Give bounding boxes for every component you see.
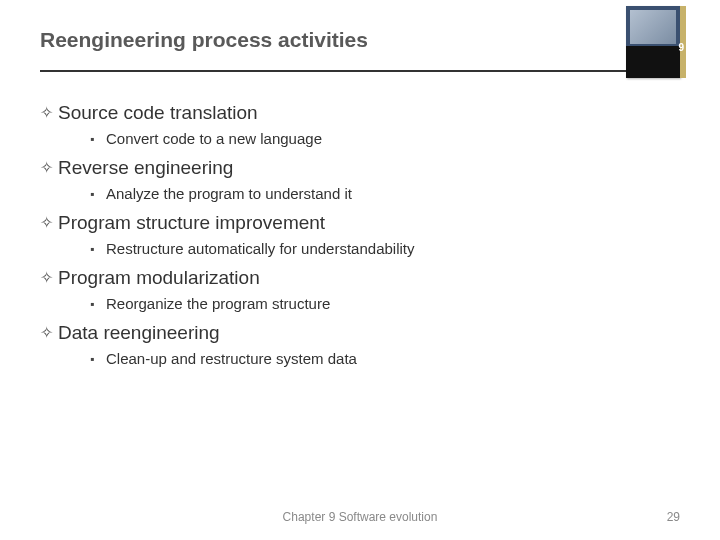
bullet-text: Program modularization bbox=[58, 267, 260, 288]
bullet-level1: ✧Program modularization bbox=[40, 267, 680, 289]
bullet-text: Reorganize the program structure bbox=[106, 295, 330, 312]
square-bullet-icon: ▪ bbox=[90, 132, 106, 146]
bullet-level2: ▪Convert code to a new language bbox=[90, 130, 680, 147]
bullet-level2: ▪Analyze the program to understand it bbox=[90, 185, 680, 202]
square-bullet-icon: ▪ bbox=[90, 352, 106, 366]
diamond-bullet-icon: ✧ bbox=[40, 158, 58, 177]
bullet-text: Source code translation bbox=[58, 102, 258, 123]
slide-header: Reengineering process activities 9 bbox=[0, 0, 720, 60]
square-bullet-icon: ▪ bbox=[90, 242, 106, 256]
bullet-level1: ✧Source code translation bbox=[40, 102, 680, 124]
square-bullet-icon: ▪ bbox=[90, 187, 106, 201]
bullet-level1: ✧Program structure improvement bbox=[40, 212, 680, 234]
book-cover-icon: 9 bbox=[626, 6, 680, 78]
bullet-text: Convert code to a new language bbox=[106, 130, 322, 147]
bullet-text: Data reengineering bbox=[58, 322, 220, 343]
bullet-level1: ✧Reverse engineering bbox=[40, 157, 680, 179]
bullet-level2: ▪Clean-up and restructure system data bbox=[90, 350, 680, 367]
bullet-text: Reverse engineering bbox=[58, 157, 233, 178]
footer-chapter: Chapter 9 Software evolution bbox=[0, 510, 720, 524]
slide-body: ✧Source code translation ▪Convert code t… bbox=[0, 72, 720, 367]
bullet-text: Program structure improvement bbox=[58, 212, 325, 233]
page-number: 29 bbox=[667, 510, 680, 524]
diamond-bullet-icon: ✧ bbox=[40, 103, 58, 122]
bullet-text: Restructure automatically for understand… bbox=[106, 240, 414, 257]
square-bullet-icon: ▪ bbox=[90, 297, 106, 311]
book-edition-number: 9 bbox=[678, 42, 684, 53]
bullet-level2: ▪Restructure automatically for understan… bbox=[90, 240, 680, 257]
bullet-level1: ✧Data reengineering bbox=[40, 322, 680, 344]
diamond-bullet-icon: ✧ bbox=[40, 213, 58, 232]
diamond-bullet-icon: ✧ bbox=[40, 323, 58, 342]
diamond-bullet-icon: ✧ bbox=[40, 268, 58, 287]
bullet-text: Analyze the program to understand it bbox=[106, 185, 352, 202]
bullet-text: Clean-up and restructure system data bbox=[106, 350, 357, 367]
bullet-level2: ▪Reorganize the program structure bbox=[90, 295, 680, 312]
slide-title: Reengineering process activities bbox=[40, 28, 680, 52]
